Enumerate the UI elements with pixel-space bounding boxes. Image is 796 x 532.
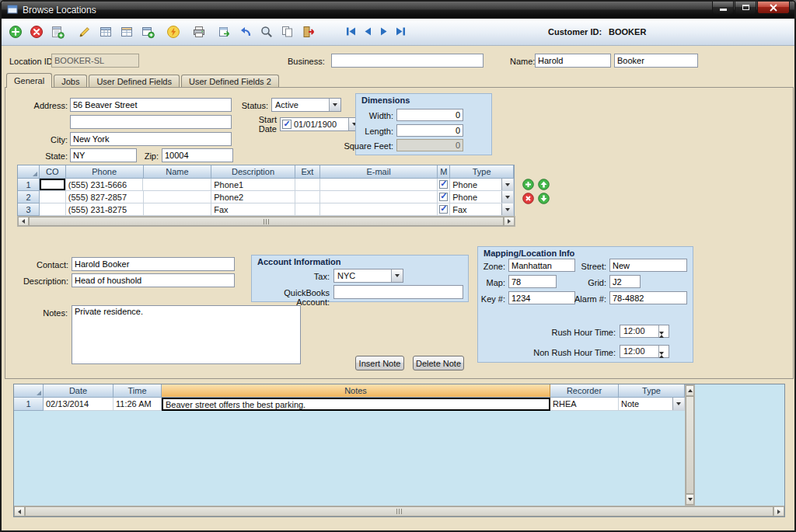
cell-time[interactable]: 11:26 AM [113,398,162,411]
city-field[interactable] [70,132,232,146]
cell-ext[interactable] [295,203,320,216]
col-header-description[interactable]: Description [211,165,295,179]
minimize-button[interactable] [712,2,734,14]
scroll-right-icon[interactable] [773,506,784,516]
cell-ext[interactable] [295,191,320,203]
col-header-co[interactable]: CO [40,165,66,179]
row-header[interactable]: 1 [14,398,44,411]
map-field[interactable] [508,275,557,288]
phone-row[interactable]: 2 (555) 827-2857 Phone2 Phone [18,191,514,203]
delete-phone-row-icon[interactable] [522,193,534,206]
cell-description[interactable]: Fax [211,203,295,216]
cell-recorder[interactable]: RHEA [550,398,619,411]
address2-field[interactable] [70,115,232,129]
cell-description[interactable]: Phone1 [211,179,295,191]
scroll-down-icon[interactable] [686,494,694,505]
notes-grid-vscrollbar[interactable] [685,384,695,506]
business-field[interactable] [331,54,484,68]
cell-phone[interactable]: (555) 231-5666 [66,179,144,191]
list-grid-icon[interactable] [119,24,134,40]
cell-co[interactable] [40,203,66,216]
chevron-down-icon[interactable] [501,179,513,190]
m-checkbox[interactable] [439,180,448,189]
cell-notes-selected[interactable]: Beaver street offers the best parking. [162,398,550,411]
m-checkbox[interactable] [439,205,448,214]
scroll-left-icon[interactable] [14,506,25,516]
zip-field[interactable] [162,148,233,162]
cell-date[interactable]: 02/13/2014 [44,398,113,411]
contact-field[interactable] [72,257,235,271]
col-header-email[interactable]: E-mail [320,165,438,179]
new-record-icon[interactable] [8,24,23,40]
insert-note-button[interactable]: Insert Note [355,356,404,370]
scrollbar-thumb[interactable] [29,217,504,226]
next-record-icon[interactable] [378,25,390,37]
selected-cell[interactable] [40,179,65,190]
tab-user-defined-fields-2[interactable]: User Defined Fields 2 [181,75,279,88]
row-header[interactable]: 1 [18,179,40,191]
chevron-down-icon[interactable] [501,203,513,215]
cell-type[interactable]: Phone [450,191,514,203]
chevron-down-icon[interactable] [391,269,403,282]
col-header-notes[interactable]: Notes [162,384,550,398]
phone-row[interactable]: 3 (555) 231-8275 Fax Fax [18,203,514,216]
location-id-field[interactable] [51,54,139,68]
copy-icon[interactable] [280,24,295,40]
col-header-phone[interactable]: Phone [66,165,144,179]
quickbooks-account-field[interactable] [333,285,463,299]
col-header-name[interactable]: Name [144,165,212,179]
col-header-date[interactable]: Date [44,384,113,398]
add-grid-icon[interactable] [140,24,155,40]
scrollbar-thumb[interactable] [686,396,694,494]
description-field[interactable] [72,273,235,287]
tab-jobs[interactable]: Jobs [54,75,87,88]
col-header-m[interactable]: M [438,165,450,179]
rush-hour-time-spinner[interactable]: 12:00 [620,325,669,338]
delete-note-button[interactable]: Delete Note [413,356,464,370]
cell-email[interactable] [320,203,438,216]
cell-name[interactable] [144,203,212,216]
non-rush-hour-time-spinner[interactable]: 12:00 [620,345,669,358]
row-header[interactable]: 2 [18,191,40,203]
cell-m[interactable] [438,203,450,216]
edit-pencil-icon[interactable] [77,24,93,40]
chevron-down-icon[interactable] [672,398,684,410]
col-header-ext[interactable]: Ext [295,165,320,179]
cell-m[interactable] [438,191,450,203]
cell-phone[interactable]: (555) 231-8275 [66,203,144,216]
status-dropdown[interactable]: Active [271,98,341,112]
zone-field[interactable] [508,259,575,272]
key-number-field[interactable] [508,291,575,304]
search-icon[interactable] [259,24,274,40]
m-checkbox[interactable] [439,193,448,201]
spin-down-icon[interactable] [659,335,669,344]
phone-row[interactable]: 1 (555) 231-5666 Phone1 Phone [18,179,514,191]
save-record-icon[interactable] [50,24,65,40]
width-field[interactable] [396,109,463,121]
last-name-field[interactable] [614,54,698,68]
notes-grid-hscrollbar[interactable] [14,506,784,516]
street-field[interactable] [609,259,687,272]
col-header-time[interactable]: Time [113,384,162,398]
print-icon[interactable] [191,24,207,40]
cell-email[interactable] [320,179,438,191]
start-date-checkbox[interactable] [282,120,292,129]
tab-general[interactable]: General [6,73,52,88]
tab-user-defined-fields[interactable]: User Defined Fields [89,75,180,88]
address1-field[interactable] [70,98,232,112]
chevron-down-icon[interactable] [329,99,340,111]
title-bar[interactable]: Browse Locations [2,2,794,19]
first-record-icon[interactable] [345,25,358,37]
cell-type[interactable]: Note [619,398,685,411]
actions-lightning-icon[interactable] [166,24,181,40]
alarm-number-field[interactable] [609,291,687,304]
browse-grid-icon[interactable] [98,24,113,40]
scrollbar-thumb[interactable] [25,506,773,516]
move-row-down-icon[interactable] [538,193,550,206]
state-field[interactable] [70,148,137,162]
col-header-recorder[interactable]: Recorder [550,384,619,398]
length-field[interactable] [396,124,463,137]
undo-icon[interactable] [238,24,253,40]
delete-record-icon[interactable] [29,24,44,40]
cell-m[interactable] [438,179,450,191]
